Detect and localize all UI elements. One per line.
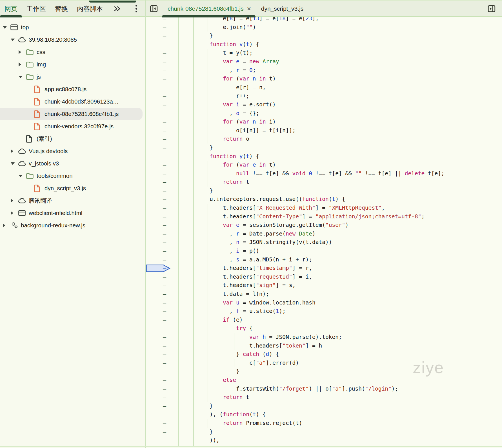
code-line-43[interactable]: – else [146, 376, 502, 385]
tree-item-js[interactable]: js [0, 71, 145, 83]
line-gutter-mark[interactable]: – [160, 195, 169, 204]
file-tab-2[interactable]: dyn_script_v3.js [256, 1, 308, 17]
line-gutter-mark[interactable]: – [160, 83, 169, 92]
line-gutter-mark[interactable]: – [160, 342, 169, 350]
chevron-down-icon[interactable] [19, 170, 23, 182]
line-gutter-mark[interactable]: – [160, 238, 169, 247]
tree-item-css[interactable]: css [0, 46, 145, 58]
line-gutter-mark[interactable]: – [160, 49, 169, 57]
line-gutter-mark[interactable]: – [160, 212, 169, 221]
code-line-28[interactable]: – , i = p() [146, 247, 502, 256]
line-gutter-mark[interactable]: – [160, 109, 169, 118]
chevron-right-icon[interactable] [11, 194, 13, 207]
line-gutter-mark[interactable]: – [160, 57, 169, 66]
show-right-sidebar-icon[interactable] [483, 1, 500, 17]
line-gutter-mark[interactable]: – [160, 135, 169, 144]
line-gutter-mark[interactable]: – [160, 187, 169, 195]
more-tabs-chevron-icon[interactable] [111, 1, 124, 17]
line-gutter-mark[interactable]: – [160, 299, 169, 307]
code-line-38[interactable]: – var h = JSON.parse(e).token; [146, 333, 502, 342]
code-line-9[interactable]: – e[r] = n, [146, 83, 502, 92]
line-gutter-mark[interactable]: – [160, 23, 169, 32]
code-line-32[interactable]: – t.headers["sign"] = s, [146, 281, 502, 290]
line-gutter-mark[interactable]: – [160, 402, 169, 411]
line-gutter-mark[interactable]: – [160, 221, 169, 230]
tree-item-app.ec88c078.js[interactable]: app.ec88c078.js [0, 83, 145, 95]
line-gutter-mark[interactable]: – [160, 385, 169, 393]
code-line-5[interactable]: – t = y(t); [146, 49, 502, 57]
code-line-19[interactable]: – null !== t[e] && void 0 !== t[e] && ""… [146, 169, 502, 178]
line-gutter-mark[interactable]: – [160, 169, 169, 178]
line-gutter-mark[interactable]: – [160, 307, 169, 316]
code-line-31[interactable]: – t.headers["requestId"] = i, [146, 273, 502, 281]
code-line-45[interactable]: – return t [146, 393, 502, 402]
line-gutter-mark[interactable]: – [160, 256, 169, 264]
tree-item-chunk-vendors.32c0f97e.js[interactable]: chunk-vendors.32c0f97e.js [0, 120, 145, 133]
code-line-14[interactable]: – o[i[n]] = t[i[n]]; [146, 126, 502, 135]
line-gutter-mark[interactable]: – [160, 333, 169, 342]
navigator-tab-4[interactable]: 内容脚本 [72, 1, 107, 17]
code-line-4[interactable]: –function v(t) { [146, 40, 502, 49]
tree-item-dyn_script_v3.js[interactable]: dyn_script_v3.js [0, 182, 145, 194]
line-gutter-mark[interactable]: – [160, 178, 169, 187]
file-tab-1[interactable]: chunk-08e75281.608c4fb1.js× [162, 1, 256, 17]
code-line-20[interactable]: – return t [146, 178, 502, 187]
panel-divider[interactable] [145, 0, 146, 448]
code-line-27[interactable]: – , n = JSON.stringify(v(t.data)) [146, 238, 502, 247]
line-gutter-mark[interactable]: – [160, 247, 169, 256]
line-gutter-mark[interactable]: – [160, 230, 169, 238]
tree-item-Vue.js-devtools[interactable]: Vue.js devtools [0, 145, 145, 157]
chevron-right-icon[interactable] [11, 145, 13, 157]
line-gutter-mark[interactable]: – [160, 118, 169, 126]
code-line-10[interactable]: – r++; [146, 92, 502, 100]
code-line-12[interactable]: – , o = {}; [146, 109, 502, 118]
code-line-40[interactable]: – } catch (d) { [146, 350, 502, 359]
chevron-right-icon[interactable] [11, 207, 13, 219]
line-gutter-mark[interactable]: – [160, 152, 169, 161]
code-line-25[interactable]: – var e = sessionStorage.getItem("user") [146, 221, 502, 230]
code-line-50[interactable]: –)), [146, 436, 502, 445]
chevron-down-icon[interactable] [19, 71, 23, 83]
navigator-tab-3[interactable]: 替换 [50, 1, 72, 17]
code-line-35[interactable]: – , f = u.slice(1); [146, 307, 502, 316]
line-gutter-mark[interactable]: – [160, 40, 169, 49]
chevron-down-icon[interactable] [11, 33, 15, 46]
line-gutter-mark[interactable]: – [160, 316, 169, 324]
navigator-tab-1[interactable]: 网页 [0, 1, 22, 17]
line-gutter-mark[interactable]: – [160, 92, 169, 100]
code-editor[interactable]: – e[8] = e[13] = e[18] = e[23],– e.join(… [146, 0, 502, 448]
line-gutter-mark[interactable]: – [160, 350, 169, 359]
line-gutter-mark[interactable]: – [160, 161, 169, 169]
code-line-47[interactable]: –), (function(t) { [146, 410, 502, 419]
chevron-down-icon[interactable] [3, 21, 7, 33]
line-gutter-mark[interactable]: – [160, 126, 169, 135]
code-line-6[interactable]: – var e = new Array [146, 57, 502, 66]
line-gutter-mark[interactable]: – [160, 144, 169, 152]
code-line-42[interactable]: – } [146, 367, 502, 376]
more-options-icon[interactable] [133, 1, 140, 17]
code-line-11[interactable]: – var i = e.sort() [146, 100, 502, 109]
code-line-13[interactable]: – for (var n in i) [146, 118, 502, 126]
code-line-39[interactable]: – t.headers["token"] = h [146, 342, 502, 350]
line-gutter-mark[interactable]: – [160, 428, 169, 436]
close-tab-icon[interactable]: × [247, 5, 251, 12]
code-line-15[interactable]: – return o [146, 135, 502, 144]
line-gutter-mark[interactable]: – [160, 75, 169, 83]
line-gutter-mark[interactable]: – [160, 273, 169, 281]
tree-item-background-redux-new.js[interactable]: background-redux-new.js [0, 219, 145, 232]
tree-item-39.98.108.20-8085[interactable]: 39.98.108.20:8085 [0, 33, 145, 46]
code-line-41[interactable]: – c["a"].error(d) [146, 359, 502, 368]
line-gutter-mark[interactable]: – [160, 376, 169, 385]
code-line-36[interactable]: – if (e) [146, 316, 502, 324]
code-line-46[interactable]: –} [146, 402, 502, 411]
line-gutter-mark[interactable]: – [160, 281, 169, 290]
code-line-2[interactable]: – e.join("") [146, 23, 502, 32]
tree-item--[interactable]: 腾讯翻译 [0, 194, 145, 207]
line-gutter-mark[interactable]: – [160, 419, 169, 428]
code-line-18[interactable]: – for (var e in t) [146, 161, 502, 169]
line-gutter-mark[interactable]: – [160, 290, 169, 299]
line-gutter-mark[interactable]: – [160, 100, 169, 109]
chevron-right-icon[interactable] [19, 58, 21, 71]
line-gutter-mark[interactable]: – [160, 66, 169, 75]
line-gutter-mark[interactable]: – [160, 324, 169, 333]
